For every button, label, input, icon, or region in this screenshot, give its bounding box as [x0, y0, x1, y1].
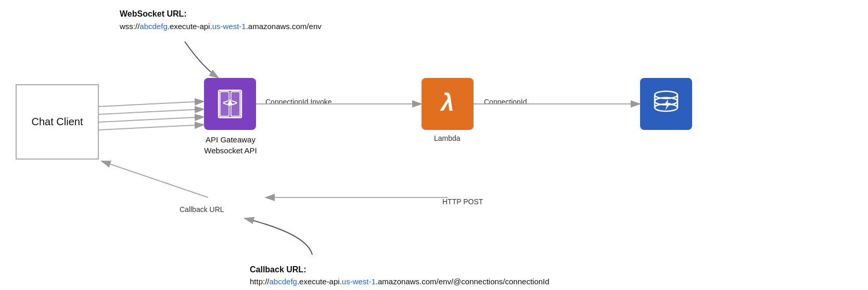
diagram-container: WebSocket URL: wss://abcdefg.execute-api…: [0, 0, 868, 290]
lambda-box: λ: [422, 78, 474, 130]
dynamo-icon: [648, 86, 684, 122]
websocket-url-value: wss://abcdefg.execute-api.us-west-1.amaz…: [120, 22, 322, 31]
wss-prefix: wss://: [120, 22, 139, 31]
arrow-client-to-api-4: [99, 125, 204, 130]
connection-id-invoke-label: ConnectionId Invoke: [265, 98, 332, 106]
ws-suffix: .amazonaws.com/env: [246, 22, 322, 31]
cb-prefix: http://: [250, 277, 270, 286]
svg-text:λ: λ: [439, 89, 454, 116]
arrows-svg: [0, 0, 868, 290]
http-post-label: HTTP POST: [442, 197, 483, 206]
callback-url-value: http://abcdefg.execute-api.us-west-1.ama…: [250, 277, 550, 286]
callback-url-label: Callback URL:: [250, 265, 306, 274]
arrow-client-to-api-1: [99, 101, 204, 107]
annotation-arrow-ws: [185, 42, 219, 78]
cb-link2: us-west-1: [342, 277, 376, 286]
svg-point-5: [229, 102, 232, 105]
connection-id-label: ConnectionId: [484, 98, 527, 106]
cb-link1: abcdefg: [270, 277, 297, 286]
cb-middle: .execute-api.: [297, 277, 342, 286]
annotation-arrow-cb: [245, 218, 312, 255]
dynamo-box: [640, 78, 692, 130]
ws-link2: us-west-1: [212, 22, 246, 31]
api-gateway-icon: </>: [212, 86, 248, 122]
callback-url-diagram-label: Callback URL: [180, 205, 224, 214]
cb-suffix: .amazonaws.com/env/@connections/connecti…: [376, 277, 550, 286]
ws-middle: .execute-api.: [168, 22, 212, 31]
arrow-client-to-api-3: [99, 117, 204, 122]
websocket-url-label: WebSocket URL:: [120, 9, 187, 19]
arrow-callback: [101, 161, 208, 197]
chat-client-label: Chat Client: [32, 116, 83, 128]
arrow-client-to-api-2: [99, 109, 204, 114]
lambda-icon: λ: [429, 86, 466, 122]
chat-client-box: Chat Client: [16, 84, 99, 160]
api-gateway-label: API GateawayWebsocket API: [181, 134, 280, 156]
ws-link1: abcdefg: [139, 22, 167, 31]
svg-text:</>: </>: [223, 97, 237, 108]
api-gateway-box: </>: [204, 78, 256, 130]
lambda-label: Lambda: [434, 134, 461, 142]
